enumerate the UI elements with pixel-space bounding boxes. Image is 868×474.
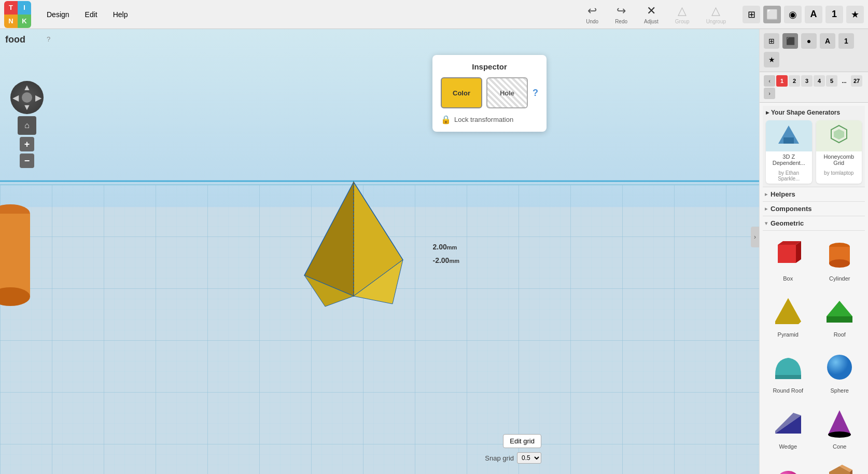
edit-grid-button[interactable]: Edit grid	[503, 434, 541, 448]
inspector-help-button[interactable]: ?	[533, 88, 538, 99]
compass-up: ▲	[23, 83, 31, 92]
shape-cylinder-card[interactable]: Cylinder	[817, 234, 863, 285]
hole-mode-button[interactable]: Hole	[486, 77, 528, 108]
shape-wedge-card[interactable]: Wedge	[765, 402, 811, 453]
page-1-button[interactable]: 1	[776, 75, 788, 87]
page-prev-button[interactable]: ‹	[764, 75, 775, 87]
svg-rect-17	[778, 245, 796, 263]
lock-icon: 🔒	[441, 115, 451, 124]
menu-edit[interactable]: Edit	[78, 7, 105, 22]
shape-half-sphere-card[interactable]: Half Sphere	[765, 458, 811, 474]
number-view-icon[interactable]: 1	[825, 6, 843, 23]
nav-menus: Design Edit Help	[39, 7, 135, 22]
pyramid-svg	[773, 296, 804, 327]
toolbar: ↩ Undo ↪ Redo ✕ Adjust △ Group △ Ungroup	[582, 2, 730, 26]
page-3-button[interactable]: 3	[801, 75, 813, 87]
honeycomb-svg	[826, 123, 852, 149]
shape-cone-label: Cone	[833, 443, 846, 450]
compass-left: ◀	[12, 93, 19, 103]
pagination-row: ‹ 1 2 3 4 5 ... 27 ›	[760, 72, 868, 103]
shape-generators-grid: 3D Z Dependent... by Ethan Sparkle... Ho…	[766, 120, 862, 184]
shape-generators-section: ▸ Your Shape Generators 3D Z Dependent..…	[763, 106, 865, 187]
home-view-button[interactable]: ⌂	[18, 116, 36, 135]
panel-number-icon[interactable]: 1	[838, 33, 854, 49]
page-5-button[interactable]: 5	[826, 75, 837, 87]
shape-gen-honeycomb[interactable]: Honeycomb Grid by tomlaptop	[816, 120, 862, 184]
3dz-shape-svg	[776, 123, 802, 149]
panel-star-icon[interactable]: ★	[764, 52, 779, 67]
panel-grid-icon[interactable]: ⊞	[764, 33, 779, 49]
compass-down: ▼	[23, 103, 31, 112]
undo-button[interactable]: ↩ Undo	[582, 2, 603, 26]
shape-cylinder-visual	[821, 237, 858, 273]
shape-sphere-card[interactable]: Sphere	[817, 346, 863, 397]
adjust-icon: ✕	[647, 4, 656, 18]
shape-cone-card[interactable]: Cone	[817, 402, 863, 453]
shape-generators-label: Your Shape Generators	[771, 109, 840, 116]
grid-view-icon[interactable]: ⊞	[743, 6, 760, 23]
menu-design[interactable]: Design	[39, 7, 77, 22]
panel-collapse-button[interactable]: ›	[751, 227, 759, 247]
canvas-area[interactable]: food ?	[0, 29, 759, 474]
redo-label: Redo	[615, 19, 627, 24]
menu-help[interactable]: Help	[106, 7, 135, 22]
text-view-icon[interactable]: A	[805, 6, 822, 23]
panel-sphere-icon[interactable]: ●	[801, 33, 817, 49]
shape-gen-3d-z[interactable]: 3D Z Dependent... by Ethan Sparkle...	[766, 120, 812, 184]
lock-transformation-row[interactable]: 🔒 Lock transformation	[441, 115, 538, 124]
shape-round-roof-card[interactable]: Round Roof	[765, 346, 811, 397]
page-next-button[interactable]: ›	[764, 88, 775, 99]
snap-grid-row: Snap grid 0.5 1.0 2.0	[485, 452, 541, 464]
redo-button[interactable]: ↪ Redo	[611, 2, 632, 26]
star-view-icon[interactable]: ★	[846, 6, 864, 23]
main-shape-3d[interactable]	[273, 172, 418, 317]
panel-text-icon[interactable]: A	[820, 33, 835, 49]
zoom-in-button[interactable]: +	[20, 137, 34, 151]
shape-cylinder-label: Cylinder	[829, 275, 850, 282]
shape-box-visual	[770, 237, 806, 273]
shape-pyramid-label: Pyramid	[778, 331, 799, 338]
helpers-section-header[interactable]: ▸ Helpers	[763, 187, 865, 202]
zoom-out-button[interactable]: −	[20, 154, 34, 168]
undo-label: Undo	[586, 19, 598, 24]
inspector-title: Inspector	[441, 62, 538, 71]
geometric-section-header[interactable]: ▾ Geometric	[763, 216, 865, 231]
shape-generators-header[interactable]: ▸ Your Shape Generators	[766, 109, 862, 116]
half-sphere-svg	[773, 464, 804, 474]
snap-grid-select[interactable]: 0.5 1.0 2.0	[517, 452, 541, 464]
cylinder-shape	[0, 198, 31, 312]
round-roof-svg	[773, 352, 804, 383]
wireframe-view-icon[interactable]: ◉	[784, 6, 802, 23]
compass-control[interactable]: ▲ ▼ ◀ ▶	[10, 81, 44, 114]
tinkercad-logo[interactable]: T I N K	[4, 1, 31, 28]
svg-point-32	[828, 431, 851, 438]
adjust-button[interactable]: ✕ Adjust	[640, 2, 663, 26]
measure-y-label: -2.00mm	[432, 256, 459, 264]
color-mode-button[interactable]: Color	[441, 77, 482, 108]
canvas-help-button[interactable]: ?	[47, 35, 50, 43]
page-4-button[interactable]: 4	[814, 75, 825, 87]
page-2-button[interactable]: 2	[789, 75, 800, 87]
shape-gen-honeycomb-label: Honeycomb Grid	[816, 151, 862, 168]
ungroup-button[interactable]: △ Ungroup	[702, 2, 730, 26]
shape-generators-arrow: ▸	[766, 109, 769, 116]
components-arrow: ▸	[765, 206, 767, 212]
svg-marker-24	[775, 298, 801, 324]
shape-hex-prism-card[interactable]: Hexagonal Prism	[817, 458, 863, 474]
shape-roof-visual	[821, 293, 858, 329]
page-ellipsis: ...	[838, 75, 850, 87]
components-label: Components	[771, 205, 811, 213]
shape-roof-card[interactable]: Roof	[817, 290, 863, 341]
solid-view-icon[interactable]: ⬜	[763, 6, 781, 23]
group-button[interactable]: △ Group	[671, 2, 694, 26]
shape-round-roof-visual	[770, 349, 806, 385]
shape-pyramid-card[interactable]: Pyramid	[765, 290, 811, 341]
adjust-label: Adjust	[644, 19, 659, 24]
wedge-svg	[773, 408, 804, 439]
components-section-header[interactable]: ▸ Components	[763, 202, 865, 216]
shape-cone-visual	[821, 405, 858, 441]
page-27-button[interactable]: 27	[851, 75, 862, 87]
panel-box-icon[interactable]: ⬛	[782, 33, 798, 49]
compass-center	[22, 92, 32, 103]
shape-box-card[interactable]: Box	[765, 234, 811, 285]
